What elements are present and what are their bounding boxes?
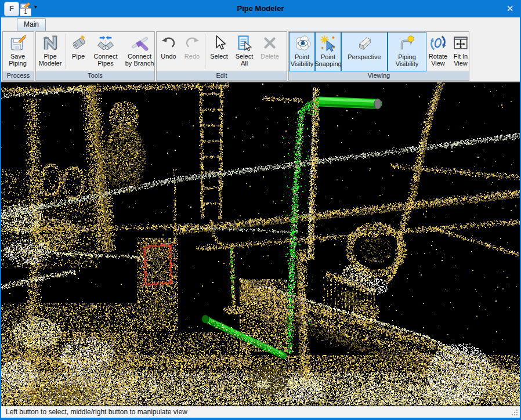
ribbon-button-label-line: Visibility (396, 60, 419, 67)
point-cloud-canvas[interactable] (1, 82, 520, 405)
ribbon-button-label-line: Pipe (39, 53, 62, 60)
ribbon-button-label-line: Save (9, 53, 27, 60)
ribbon-button-label-line: Piping (396, 53, 419, 60)
ribbon-button-label-line: All (236, 60, 254, 67)
save-piping-mini-icon (20, 1, 31, 8)
pipe-modeler-window: F 1 ▾ Pipe Modeler ✕ Main SavePipingProc… (0, 0, 521, 420)
ribbon-button-label: Perspective (348, 53, 381, 60)
ribbon-group-buttons: PointVisibilityPointSnappingPerspectiveP… (289, 32, 469, 71)
status-text: Left button to select, middle/right butt… (6, 408, 187, 416)
ribbon-group-buttons: UndoRedoSelectSelectAllDelete (157, 32, 287, 71)
ribbon-button-delete: Delete (257, 32, 283, 71)
ribbon-button-redo: Redo (180, 32, 204, 71)
ribbon-button-point-visibility[interactable]: PointVisibility (289, 32, 315, 71)
ribbon-button-perspective[interactable]: Perspective (341, 32, 388, 71)
ribbon-button-label-line: Delete (260, 53, 279, 60)
ribbon-button-rotate-view[interactable]: RotateView (426, 32, 450, 71)
ribbon-button-label-line: Visibility (291, 60, 314, 67)
ribbon-group-buttons: SavePiping (3, 32, 34, 71)
rotate-view-icon (429, 34, 447, 52)
ribbon-group-viewing: PointVisibilityPointSnappingPerspectiveP… (288, 31, 469, 81)
ribbon-group-label: Process (3, 71, 34, 80)
ribbon-button-save-piping[interactable]: SavePiping (3, 32, 32, 71)
qat-dropdown-icon[interactable]: ▾ (34, 4, 37, 10)
fit-in-view-icon (452, 34, 469, 52)
ribbon-button-label: SavePiping (9, 53, 27, 67)
ribbon-button-point-snapping[interactable]: PointSnapping (315, 32, 341, 71)
ribbon-group-label: Viewing (289, 71, 469, 80)
toolbar-separator (205, 34, 205, 69)
ribbon-button-label-line: Redo (184, 53, 200, 60)
close-button[interactable]: ✕ (501, 1, 519, 16)
ribbon-button-label-line: Undo (161, 53, 176, 60)
ribbon-button-label-line: Point (314, 53, 342, 60)
pipe-icon (70, 34, 87, 52)
ribbon-button-label: Redo (184, 53, 200, 60)
ribbon-button-select-all[interactable]: SelectAll (231, 32, 257, 71)
ribbon-button-label-line: Fit In (454, 53, 468, 60)
ribbon-button-label: Undo (161, 53, 176, 60)
ribbon-button-label-line: Pipe (72, 53, 85, 60)
ribbon-button-select[interactable]: Select (207, 32, 231, 71)
ribbon-button-undo[interactable]: Undo (157, 32, 180, 71)
ribbon-button-label: RotateView (429, 53, 447, 67)
ribbon-button-label-line: View (429, 60, 447, 67)
ribbon-button-label: PointVisibility (291, 53, 314, 67)
ribbon-button-label: Connectby Branch (125, 53, 154, 67)
select-icon (211, 34, 228, 52)
ribbon-button-label: PipingVisibility (396, 53, 419, 67)
redo-icon (183, 34, 201, 52)
quick-access-toolbar[interactable]: 1 (19, 1, 33, 17)
delete-icon (261, 34, 278, 52)
ribbon-button-pipe[interactable]: Pipe (67, 32, 89, 71)
ribbon-button-label-line: Modeler (39, 60, 62, 67)
ribbon-button-connect-by-branch[interactable]: Connectby Branch (122, 32, 157, 71)
ribbon-button-label-line: View (454, 60, 468, 67)
undo-icon (160, 34, 178, 52)
ribbon-button-label: ConnectPipes (94, 53, 118, 67)
point-visibility-icon (294, 35, 311, 52)
ribbon: SavePipingProcessPipeModelerPipeConnectP… (1, 31, 520, 82)
ribbon-button-label: SelectAll (236, 53, 254, 67)
ribbon-button-label-line: Pipes (94, 60, 118, 67)
point-cloud-viewport[interactable] (1, 82, 520, 406)
title-bar: F 1 ▾ Pipe Modeler ✕ (0, 0, 521, 17)
ribbon-button-label: Select (210, 53, 228, 60)
ribbon-button-label-line: Point (291, 53, 314, 60)
ribbon-button-label-line: Perspective (348, 53, 381, 60)
point-snapping-icon (320, 35, 337, 52)
connect-pipes-icon (97, 34, 114, 52)
ribbon-group-label: Edit (157, 71, 287, 80)
resize-grip[interactable] (511, 409, 518, 416)
window-title: Pipe Modeler (0, 0, 521, 17)
select-all-icon (236, 34, 253, 52)
ribbon-button-connect-pipes[interactable]: ConnectPipes (89, 32, 122, 71)
ribbon-group-buttons: PipeModelerPipeConnectPipesConnectby Bra… (36, 32, 154, 71)
ribbon-button-label-line: Select (210, 53, 228, 60)
piping-visibility-icon (399, 35, 416, 52)
ribbon-button-label: Delete (260, 53, 279, 60)
ribbon-group-process: SavePipingProcess (2, 31, 34, 81)
status-bar: Left button to select, middle/right butt… (1, 406, 520, 418)
ribbon-button-label-line: Select (236, 53, 254, 60)
ribbon-button-label: PipeModeler (39, 53, 62, 67)
close-icon: ✕ (506, 3, 514, 13)
ribbon-button-label: PointSnapping (314, 53, 342, 67)
qat-badge: 1 (20, 8, 31, 16)
tab-bar: Main (1, 17, 520, 31)
ribbon-group-edit: UndoRedoSelectSelectAllDeleteEdit (156, 31, 287, 81)
save-piping-icon (9, 34, 27, 52)
pipe-modeler-icon (42, 34, 59, 52)
ribbon-button-label-line: Piping (9, 60, 27, 67)
ribbon-button-piping-visibility[interactable]: PipingVisibility (388, 32, 426, 71)
ribbon-group-label: Tools (36, 71, 154, 80)
ribbon-button-label-line: Connect (94, 53, 118, 60)
ribbon-button-fit-in-view[interactable]: Fit InView (450, 32, 472, 71)
connect-by-branch-icon (131, 34, 149, 52)
window-border-bottom (0, 418, 521, 420)
tab-main[interactable]: Main (17, 18, 46, 31)
ribbon-button-pipe-modeler[interactable]: PipeModeler (36, 32, 64, 71)
ribbon-button-label-line: Snapping (314, 60, 342, 67)
perspective-icon (356, 35, 373, 52)
app-menu-button[interactable]: F (4, 2, 19, 16)
